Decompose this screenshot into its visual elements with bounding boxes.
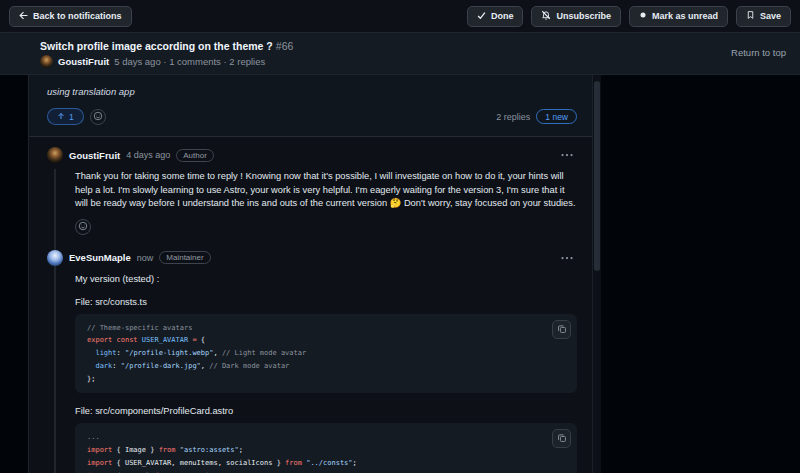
thread-header: Switch profile image according on the th… xyxy=(0,33,800,75)
reply-header: EveSunMaple now Maintainer xyxy=(47,250,577,266)
unsubscribe-label: Unsubscribe xyxy=(556,11,611,21)
reply-reaction-row xyxy=(75,219,577,235)
up-arrow-icon xyxy=(57,112,65,122)
mark-as-unread-label: Mark as unread xyxy=(652,11,718,21)
back-label: Back to notifications xyxy=(33,11,122,21)
done-label: Done xyxy=(491,11,514,21)
reply-author-name[interactable]: EveSunMaple xyxy=(69,252,131,263)
parent-comment-section: using translation app 1 2 replie xyxy=(29,75,592,137)
reply-intro-text: My version (tested) : xyxy=(75,274,577,284)
replies-section: GoustiFruit 4 days ago Author Thank you … xyxy=(29,137,592,473)
code-content: // Theme-specific avatarsexport const US… xyxy=(87,322,565,386)
author-role-badge: Author xyxy=(176,149,214,162)
issue-number: #66 xyxy=(276,40,294,52)
issue-meta: 5 days ago · 1 comments · 2 replies xyxy=(114,56,265,67)
return-to-top-link[interactable]: Return to top xyxy=(731,47,786,58)
add-reaction-button[interactable] xyxy=(90,109,106,125)
reply-body-text: Thank you for taking some time to reply … xyxy=(75,170,577,211)
reply-timestamp: 4 days ago xyxy=(126,150,170,160)
issue-author-name[interactable]: GoustiFruit xyxy=(58,56,109,67)
author-avatar[interactable] xyxy=(40,55,53,68)
back-to-notifications-button[interactable]: Back to notifications xyxy=(9,6,132,27)
right-gutter xyxy=(601,75,800,473)
thread-title: Switch profile image according on the th… xyxy=(40,40,293,52)
add-reaction-button[interactable] xyxy=(75,219,91,235)
code-content: ...import { Image } from "astro:assets";… xyxy=(87,431,565,473)
save-button[interactable]: Save xyxy=(736,6,791,27)
replies-count: 2 replies xyxy=(496,112,530,122)
arrow-left-icon xyxy=(19,11,28,22)
file-label-profilecard: File: src/components/ProfileCard.astro xyxy=(75,406,577,416)
avatar[interactable] xyxy=(47,147,63,163)
check-icon xyxy=(477,11,486,22)
done-button[interactable]: Done xyxy=(467,6,524,27)
toolbar-actions: Done Unsubscribe Mark as unread Save xyxy=(467,6,791,27)
save-label: Save xyxy=(760,11,781,21)
reply-evesunmaple: EveSunMaple now Maintainer My version (t… xyxy=(47,250,577,473)
discussion-panel: using translation app 1 2 replie xyxy=(29,75,592,473)
reply-timestamp: now xyxy=(137,253,154,263)
smiley-icon xyxy=(93,109,103,124)
upvote-count: 1 xyxy=(69,112,74,122)
copy-icon xyxy=(557,322,567,337)
file-label-consts: File: src/consts.ts xyxy=(75,297,577,307)
bookmark-icon xyxy=(746,10,755,22)
panel-scrollbar[interactable] xyxy=(592,75,601,473)
thread-byline: GoustiFruit 5 days ago · 1 comments · 2 … xyxy=(40,55,293,68)
left-gutter xyxy=(0,75,29,473)
scrollbar-thumb[interactable] xyxy=(594,81,600,271)
kebab-menu-icon[interactable] xyxy=(557,254,577,262)
parent-reaction-row: 1 2 replies 1 new xyxy=(47,108,577,125)
copy-code-button[interactable] xyxy=(552,429,571,448)
upvote-button[interactable]: 1 xyxy=(47,108,84,125)
reply-goustifruit: GoustiFruit 4 days ago Author Thank you … xyxy=(47,147,577,235)
bell-slash-icon xyxy=(541,10,551,22)
smiley-icon xyxy=(78,219,88,234)
issue-title-text: Switch profile image according on the th… xyxy=(40,40,273,52)
avatar[interactable] xyxy=(47,250,63,266)
code-block-consts: // Theme-specific avatarsexport const US… xyxy=(75,314,577,394)
unsubscribe-button[interactable]: Unsubscribe xyxy=(531,6,621,27)
parent-comment-text: using translation app xyxy=(47,86,577,97)
unread-dot-icon xyxy=(639,11,647,21)
reply-author-name[interactable]: GoustiFruit xyxy=(69,150,120,161)
kebab-menu-icon[interactable] xyxy=(557,151,577,159)
new-replies-badge[interactable]: 1 new xyxy=(536,109,577,124)
notification-toolbar: Back to notifications Done Unsubscribe M… xyxy=(0,0,800,33)
mark-as-unread-button[interactable]: Mark as unread xyxy=(629,6,728,27)
thread-title-block: Switch profile image according on the th… xyxy=(40,40,293,68)
thread-main: using translation app 1 2 replie xyxy=(0,75,800,473)
code-block-profilecard: ...import { Image } from "astro:assets";… xyxy=(75,423,577,473)
copy-code-button[interactable] xyxy=(552,320,571,339)
reply-header: GoustiFruit 4 days ago Author xyxy=(47,147,577,163)
maintainer-role-badge: Maintainer xyxy=(159,251,210,264)
copy-icon xyxy=(557,431,567,446)
notification-thread-page: Back to notifications Done Unsubscribe M… xyxy=(0,0,800,473)
